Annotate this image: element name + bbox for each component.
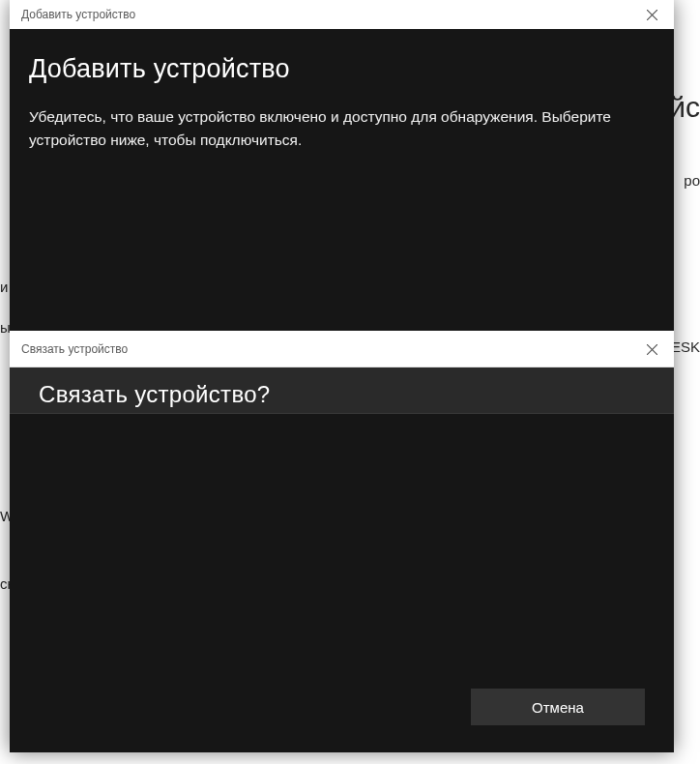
close-icon	[647, 344, 657, 355]
dialog-description: Убедитесь, что ваше устройство включено …	[29, 105, 628, 152]
close-icon	[647, 10, 657, 20]
close-button[interactable]	[629, 331, 674, 367]
dialog-titlebar: Добавить устройство	[10, 0, 674, 29]
dialog-titlebar: Связать устройство	[10, 331, 674, 367]
dialog-titlebar-text: Добавить устройство	[21, 8, 135, 21]
pair-device-dialog: Связать устройство Связать устройство?	[10, 331, 674, 414]
dialog-titlebar-text: Связать устройство	[21, 342, 128, 356]
bg-text-fragment: и	[0, 279, 8, 295]
close-button[interactable]	[629, 0, 674, 29]
dialog-heading: Связать устройство?	[39, 381, 645, 409]
bg-text-fragment: ро	[684, 172, 700, 189]
dialog-body: Связать устройство?	[10, 367, 674, 414]
cancel-button[interactable]: Отмена	[471, 689, 645, 725]
bg-text-fragment: ESK	[671, 338, 700, 355]
dialog-heading: Добавить устройство	[29, 54, 655, 84]
